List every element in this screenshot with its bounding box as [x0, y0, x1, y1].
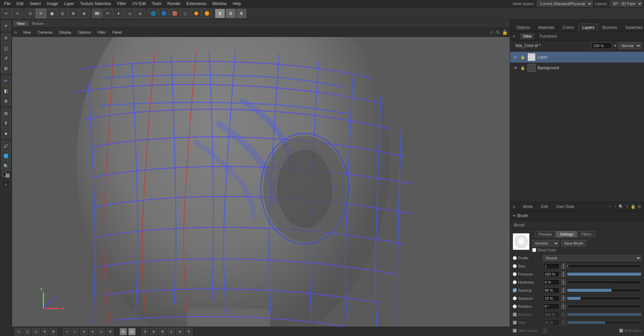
tool-rect[interactable]: ▣: [47, 9, 57, 18]
store-color-checkbox-label[interactable]: Store Color: [532, 248, 556, 252]
layer-eye-background[interactable]: 👁: [513, 65, 518, 71]
brush-airbrush-slider[interactable]: [567, 313, 641, 316]
menu-tools[interactable]: Tools: [149, 1, 164, 7]
brush-radio-pressure[interactable]: [513, 272, 517, 276]
airbrush-spinner-down[interactable]: ▼: [561, 314, 566, 318]
menu-texture-selection[interactable]: Texture Selection: [78, 1, 114, 7]
brush-hardness-slider[interactable]: [567, 281, 641, 284]
save-brush-button[interactable]: Save Brush: [561, 240, 586, 247]
hardness-spinner-up[interactable]: ▲: [561, 279, 566, 282]
status-active1[interactable]: ⊡: [120, 328, 127, 335]
viewport-icon-arrows[interactable]: ⤢: [490, 30, 494, 35]
brush-hamburger[interactable]: ≡: [513, 204, 515, 209]
menu-layer[interactable]: Layer: [61, 1, 77, 7]
menu-uv-edit[interactable]: UV Edit: [130, 1, 149, 7]
brush-hardness-input[interactable]: [543, 279, 560, 285]
spacing-spinner-up[interactable]: ▲: [561, 287, 566, 290]
jitter-count-spinner-up[interactable]: ▲: [543, 328, 548, 331]
brush-radio-squeeze[interactable]: [513, 296, 517, 300]
rotation-spinner-up[interactable]: ▲: [561, 303, 566, 306]
brush-size-slider[interactable]: [567, 264, 641, 268]
sidebar-circle-tool[interactable]: ○: [1, 180, 11, 189]
store-color-checkbox[interactable]: [532, 248, 536, 252]
tool-3d[interactable]: 3D: [92, 9, 102, 18]
tool-arrow[interactable]: ◁: [124, 9, 134, 18]
spacing-spinner-down[interactable]: ▼: [561, 290, 566, 293]
tab-layers[interactable]: Layers: [579, 24, 598, 31]
status-layers[interactable]: ◫: [24, 328, 31, 335]
tool-grid[interactable]: ◈: [79, 9, 89, 18]
tool-rotate[interactable]: ◎: [57, 9, 67, 18]
status-tool5[interactable]: ⊡: [98, 328, 105, 335]
brush-jitter-input[interactable]: [543, 320, 560, 326]
menu-select[interactable]: Select: [27, 1, 43, 7]
menu-window[interactable]: Window: [210, 1, 229, 7]
brush-mode-edit[interactable]: Edit: [538, 204, 551, 210]
sidebar-transform[interactable]: ◱: [1, 43, 11, 53]
size-spinner-up[interactable]: ▲: [561, 263, 566, 266]
tab-materials[interactable]: Materials: [535, 24, 558, 31]
sidebar-erase[interactable]: ◧: [1, 86, 11, 95]
menu-extensions[interactable]: Extensions: [184, 1, 209, 7]
viewport-canvas[interactable]: X Y Z: [12, 37, 510, 327]
undo-btn[interactable]: ↩: [1, 9, 11, 18]
layer-opacity-input[interactable]: [592, 42, 612, 49]
viewport-tab-view[interactable]: View: [13, 21, 29, 26]
brush-spacing-input[interactable]: [543, 287, 560, 293]
status-geo3[interactable]: ⊞: [159, 328, 166, 335]
tab-colors[interactable]: Colors: [559, 24, 578, 31]
status-tool6[interactable]: ⊞: [106, 328, 114, 335]
viewport-menu-filter[interactable]: Filter: [95, 30, 108, 35]
brush-squeeze-slider[interactable]: [567, 297, 641, 300]
layer-lock-layer[interactable]: 🔒: [520, 54, 525, 60]
brush-checkbox-airbrush[interactable]: [513, 312, 517, 317]
tool-transform[interactable]: ⊕: [68, 9, 78, 18]
sidebar-scale[interactable]: ⊞: [1, 64, 11, 73]
status-grid[interactable]: ⊡: [15, 328, 22, 335]
sidebar-move[interactable]: ✛: [1, 33, 11, 43]
blend-mode-select[interactable]: Normal Multiply Screen Overlay: [618, 42, 641, 49]
status-geo5[interactable]: ⊞: [176, 328, 184, 335]
menu-filter[interactable]: Filter: [114, 1, 129, 7]
status-active2[interactable]: ⊡: [128, 328, 136, 335]
layout-select[interactable]: BP - 3D Paint: [610, 1, 643, 7]
jitter-spinner-up[interactable]: ▲: [561, 320, 566, 323]
tool-paint[interactable]: ✏: [103, 9, 113, 18]
brush-filter-icon[interactable]: ▽: [626, 204, 629, 209]
subtab-functions[interactable]: Functions: [537, 33, 560, 39]
tool-s2[interactable]: S: [226, 9, 236, 18]
brush-radio-profile[interactable]: [513, 256, 517, 260]
status-checker[interactable]: ⊞: [41, 328, 48, 335]
tool-s3[interactable]: S: [236, 9, 246, 18]
tool-clone[interactable]: ⌀: [135, 9, 145, 18]
brush-tab-settings[interactable]: Settings: [556, 231, 577, 237]
tool-circle[interactable]: ⊙: [25, 9, 35, 18]
brush-airbrush-input[interactable]: [543, 311, 560, 318]
sidebar-star[interactable]: ★: [1, 129, 11, 138]
sidebar-rotate[interactable]: ↺: [1, 53, 11, 63]
brush-radio-hardness[interactable]: [513, 280, 517, 284]
viewport-menu-view[interactable]: View: [20, 30, 34, 35]
menu-help[interactable]: Help: [230, 1, 244, 7]
tool-cyl[interactable]: 🟠: [202, 9, 212, 18]
tool-s1[interactable]: S: [215, 9, 225, 18]
brush-back-icon[interactable]: ←: [608, 204, 612, 209]
sidebar-fill[interactable]: 🪣: [1, 151, 11, 161]
sidebar-grid[interactable]: ⊞: [1, 109, 11, 118]
subtab-view[interactable]: View: [520, 33, 534, 39]
viewport-menu-panel[interactable]: Panel: [110, 30, 125, 35]
brush-rotation-slider[interactable]: [567, 305, 641, 308]
brush-squeeze-input[interactable]: [543, 295, 560, 301]
brush-radio-rotation[interactable]: [513, 304, 517, 308]
status-tool1[interactable]: ◁: [63, 328, 70, 335]
status-geo4[interactable]: ⊡: [168, 328, 175, 335]
tool-crosshair[interactable]: ✛: [36, 9, 46, 18]
layer-eye-layer[interactable]: 👁: [513, 54, 518, 60]
sidebar-paint[interactable]: ✏: [1, 76, 11, 85]
pressure-spinner-down[interactable]: ▼: [561, 274, 566, 277]
brush-mode-userdata[interactable]: User Data: [553, 204, 577, 210]
viewport-icon-refresh[interactable]: ↻: [496, 30, 500, 35]
nodespace-select[interactable]: Current (Standard/Physical): [537, 1, 593, 7]
sidebar-menu[interactable]: ≡: [1, 21, 11, 30]
layer-item-layer[interactable]: 👁 🔒 Layer: [510, 52, 644, 62]
